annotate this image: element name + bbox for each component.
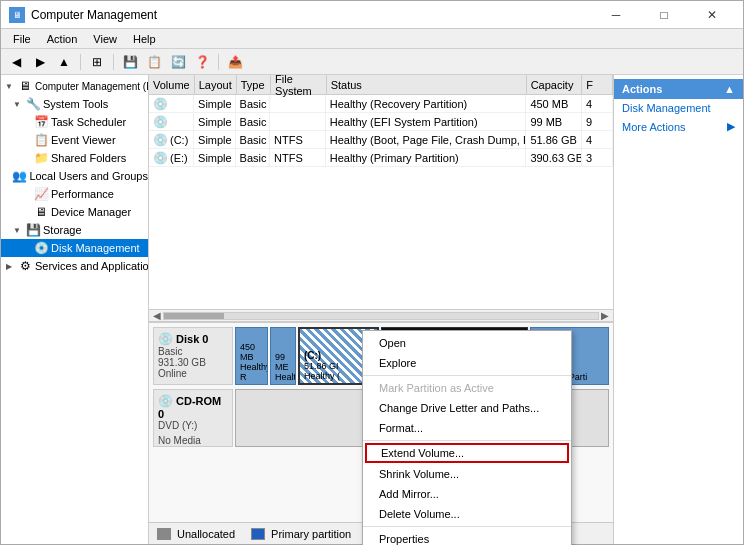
maximize-button[interactable]: □ <box>641 1 687 29</box>
ctx-item-format[interactable]: Format... <box>363 418 571 438</box>
ctx-item-extend-volume[interactable]: Extend Volume... <box>365 443 569 463</box>
ctx-item-add-mirror[interactable]: Add Mirror... <box>363 484 571 504</box>
expand-icon: ▼ <box>1 78 17 94</box>
tree-item-root[interactable]: ▼ 🖥 Computer Management (Loc... <box>1 77 148 95</box>
scrollbar-thumb[interactable] <box>164 313 224 319</box>
toolbar-separator-1 <box>80 54 81 70</box>
disk-partition-recovery[interactable]: 450 MB Healthy R <box>235 327 268 385</box>
disk-0-status: Online <box>158 368 228 379</box>
window-title: Computer Management <box>31 8 157 22</box>
ctx-item-change-drive[interactable]: Change Drive Letter and Paths... <box>363 398 571 418</box>
col-header-volume[interactable]: Volume <box>149 75 195 94</box>
forward-button[interactable]: ▶ <box>29 51 51 73</box>
actions-more[interactable]: More Actions ▶ <box>614 117 743 136</box>
col-header-type[interactable]: Type <box>237 75 271 94</box>
cell-type-3: Basic <box>236 131 270 148</box>
ctx-item-open[interactable]: Open <box>363 333 571 353</box>
tree-item-storage[interactable]: ▼ 💾 Storage <box>1 221 148 239</box>
cell-vol-label-3: (C:) <box>170 134 188 146</box>
tree-item-device-manager[interactable]: 🖥 Device Manager <box>1 203 148 221</box>
expand-services-icon: ▶ <box>1 258 17 274</box>
tree-disk-management-label: Disk Management <box>51 242 140 254</box>
storage-icon: 💾 <box>25 222 41 238</box>
menu-file[interactable]: File <box>5 31 39 47</box>
col-header-filesystem[interactable]: File System <box>271 75 327 94</box>
scrollbar-track[interactable] <box>163 312 599 320</box>
cell-filesystem-4: NTFS <box>270 149 326 166</box>
save-button[interactable]: 💾 <box>119 51 141 73</box>
menu-view[interactable]: View <box>85 31 125 47</box>
tree-item-local-users[interactable]: 👥 Local Users and Groups <box>1 167 148 185</box>
tree-item-task-scheduler[interactable]: 📅 Task Scheduler <box>1 113 148 131</box>
expand-storage-icon: ▼ <box>9 222 25 238</box>
title-bar: 🖥 Computer Management ─ □ ✕ <box>1 1 743 29</box>
title-controls: ─ □ ✕ <box>593 1 735 29</box>
tree-device-manager-label: Device Manager <box>51 206 131 218</box>
cell-free-2: 9 <box>582 113 613 130</box>
help-button[interactable]: ❓ <box>191 51 213 73</box>
cell-type-2: Basic <box>236 113 270 130</box>
tree-item-services[interactable]: ▶ ⚙ Services and Applications <box>1 257 148 275</box>
menu-action[interactable]: Action <box>39 31 86 47</box>
show-hide-button[interactable]: ⊞ <box>86 51 108 73</box>
status-item-primary: Primary partition <box>251 528 351 540</box>
toolbar-separator-2 <box>113 54 114 70</box>
disk-partition-efi[interactable]: 99 ME Healti <box>270 327 296 385</box>
disk-0-name: 💿 Disk 0 <box>158 332 228 346</box>
menu-bar: File Action View Help <box>1 29 743 49</box>
close-button[interactable]: ✕ <box>689 1 735 29</box>
ctx-separator-2 <box>363 440 571 441</box>
table-row[interactable]: 💿 Simple Basic Healthy (EFI System Parti… <box>149 113 613 131</box>
toolbar-separator-3 <box>218 54 219 70</box>
cell-capacity-3: 51.86 GB <box>526 131 582 148</box>
col-header-status[interactable]: Status <box>327 75 527 94</box>
tree-item-event-viewer[interactable]: 📋 Event Viewer <box>1 131 148 149</box>
ctx-item-properties[interactable]: Properties <box>363 529 571 545</box>
cell-volume-3: 💿 (C:) <box>149 131 194 148</box>
actions-title: Actions ▲ <box>614 79 743 99</box>
refresh-button[interactable]: 🔄 <box>167 51 189 73</box>
col-header-free[interactable]: F <box>582 75 613 94</box>
cell-capacity-4: 390.63 GB <box>526 149 582 166</box>
ctx-separator-1 <box>363 375 571 376</box>
tree-item-system-tools[interactable]: ▼ 🔧 System Tools <box>1 95 148 113</box>
tree-item-disk-management[interactable]: 💿 Disk Management <box>1 239 148 257</box>
cell-vol-label-4: (E:) <box>170 152 188 164</box>
back-button[interactable]: ◀ <box>5 51 27 73</box>
col-header-capacity[interactable]: Capacity <box>527 75 583 94</box>
actions-title-text: Actions <box>622 83 662 95</box>
minimize-button[interactable]: ─ <box>593 1 639 29</box>
system-tools-icon: 🔧 <box>25 96 41 112</box>
menu-help[interactable]: Help <box>125 31 164 47</box>
col-header-layout[interactable]: Layout <box>195 75 237 94</box>
scroll-left-btn[interactable]: ◀ <box>151 310 163 321</box>
tree-performance-label: Performance <box>51 188 114 200</box>
up-button[interactable]: ▲ <box>53 51 75 73</box>
actions-disk-management[interactable]: Disk Management <box>614 99 743 117</box>
export-button[interactable]: 📤 <box>224 51 246 73</box>
cell-filesystem-2 <box>270 113 326 130</box>
toolbar: ◀ ▶ ▲ ⊞ 💾 📋 🔄 ❓ 📤 <box>1 49 743 75</box>
cell-status-2: Healthy (EFI System Partition) <box>326 113 527 130</box>
tree-task-scheduler-label: Task Scheduler <box>51 116 126 128</box>
table-row[interactable]: 💿 (C:) Simple Basic NTFS Healthy (Boot, … <box>149 131 613 149</box>
tree-panel[interactable]: ▼ 🖥 Computer Management (Loc... ▼ 🔧 Syst… <box>1 75 149 544</box>
cell-layout-1: Simple <box>194 95 236 112</box>
scroll-right-btn[interactable]: ▶ <box>599 310 611 321</box>
tree-item-shared-folders[interactable]: 📁 Shared Folders <box>1 149 148 167</box>
properties-button[interactable]: 📋 <box>143 51 165 73</box>
cell-layout-4: Simple <box>194 149 236 166</box>
status-item-unallocated: Unallocated <box>157 528 235 540</box>
tree-item-performance[interactable]: 📈 Performance <box>1 185 148 203</box>
table-row[interactable]: 💿 Simple Basic Healthy (Recovery Partiti… <box>149 95 613 113</box>
horizontal-scrollbar[interactable]: ◀ ▶ <box>149 309 613 321</box>
cell-status-4: Healthy (Primary Partition) <box>326 149 527 166</box>
task-scheduler-icon: 📅 <box>33 114 49 130</box>
ctx-item-delete-volume[interactable]: Delete Volume... <box>363 504 571 524</box>
cdrom-name: 💿 CD-ROM 0 <box>158 394 228 420</box>
ctx-item-shrink-volume[interactable]: Shrink Volume... <box>363 464 571 484</box>
table-row[interactable]: 💿 (E:) Simple Basic NTFS Healthy (Primar… <box>149 149 613 167</box>
cell-free-4: 3 <box>582 149 613 166</box>
ctx-item-explore[interactable]: Explore <box>363 353 571 373</box>
cell-filesystem-1 <box>270 95 326 112</box>
